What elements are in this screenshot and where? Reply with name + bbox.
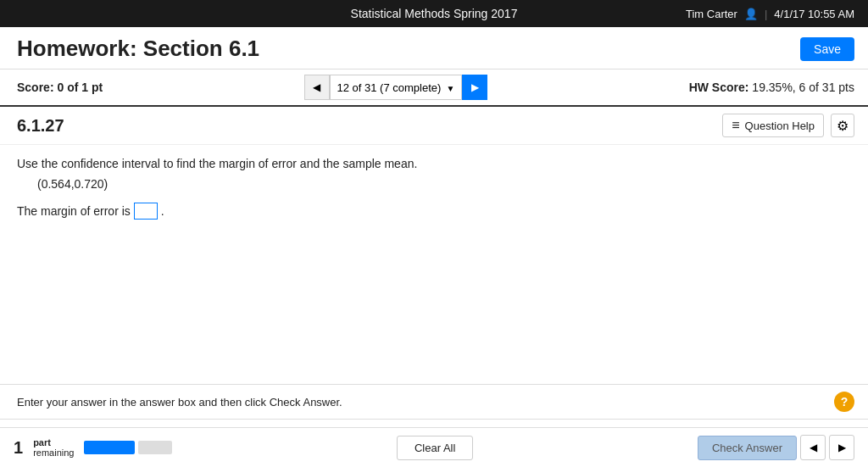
part-number: 1 (14, 438, 23, 458)
nav-current-dropdown[interactable]: 12 of 31 (7 complete) (330, 75, 463, 100)
datetime: 4/1/17 10:55 AM (774, 8, 854, 20)
score-bar: Score: 0 of 1 pt ◀ 12 of 31 (7 complete)… (0, 69, 868, 107)
nav-next-button[interactable]: ▶ (462, 75, 487, 100)
part-remaining: remaining (33, 448, 74, 458)
check-answer-button[interactable]: Check Answer (698, 436, 797, 460)
question-header: 6.1.27 Question Help ⚙ (0, 107, 868, 145)
bottom-info-bar: Enter your answer in the answer box and … (0, 384, 868, 420)
question-help-button[interactable]: Question Help (722, 114, 824, 137)
question-answer-row: The margin of error is . (17, 203, 851, 220)
clear-all-section: Clear All (182, 436, 687, 460)
user-icon: 👤 (744, 8, 758, 20)
arrow-right-icon (838, 442, 846, 453)
progress-bar-empty (138, 441, 172, 454)
progress-section (84, 441, 172, 454)
top-bar: Statistical Methods Spring 2017 Tim Cart… (0, 0, 868, 27)
nav-prev-bottom-button[interactable] (800, 435, 826, 460)
part-label: part (33, 437, 74, 448)
question-content: Use the confidence interval to find the … (0, 145, 868, 236)
question-tools: Question Help ⚙ (722, 114, 854, 137)
nav-next-bottom-button[interactable] (829, 435, 854, 460)
user-name: Tim Carter (686, 8, 737, 20)
hw-score: HW Score: 19.35%, 6 of 31 pts (689, 81, 854, 94)
answer-suffix: . (161, 204, 164, 218)
question-text: Use the confidence interval to find the … (17, 157, 851, 170)
bottom-action-bar: 1 part remaining Clear All Check Answer (0, 427, 868, 467)
main-wrapper: Homework: Section 6.1 Save Score: 0 of 1… (0, 27, 868, 467)
clear-all-button[interactable]: Clear All (397, 436, 473, 460)
gear-button[interactable]: ⚙ (831, 114, 854, 137)
page-title: Homework: Section 6.1 (17, 36, 259, 62)
hw-header: Homework: Section 6.1 Save (0, 27, 868, 69)
save-button[interactable]: Save (800, 37, 854, 61)
part-info: part remaining (33, 437, 74, 458)
help-circle-button[interactable]: ? (834, 392, 854, 412)
answer-prompt: The margin of error is (17, 204, 131, 218)
score-label: Score: 0 of 1 pt (17, 81, 103, 94)
question-interval: (0.564,0.720) (37, 177, 851, 191)
arrow-left-icon (810, 442, 817, 453)
right-actions: Check Answer (698, 435, 854, 460)
progress-bar-filled (84, 441, 135, 454)
nav-section: ◀ 12 of 31 (7 complete) ▶ (304, 75, 488, 100)
nav-prev-button[interactable]: ◀ (304, 75, 330, 100)
question-number: 6.1.27 (17, 116, 64, 136)
list-icon (732, 118, 741, 133)
gear-icon: ⚙ (837, 118, 849, 134)
separator: | (765, 8, 767, 20)
chevron-down-icon (446, 81, 454, 94)
top-bar-right: Tim Carter 👤 | 4/1/17 10:55 AM (686, 8, 854, 20)
bottom-info-text: Enter your answer in the answer box and … (17, 396, 342, 409)
answer-input[interactable] (134, 203, 158, 220)
app-title: Statistical Methods Spring 2017 (351, 7, 518, 20)
